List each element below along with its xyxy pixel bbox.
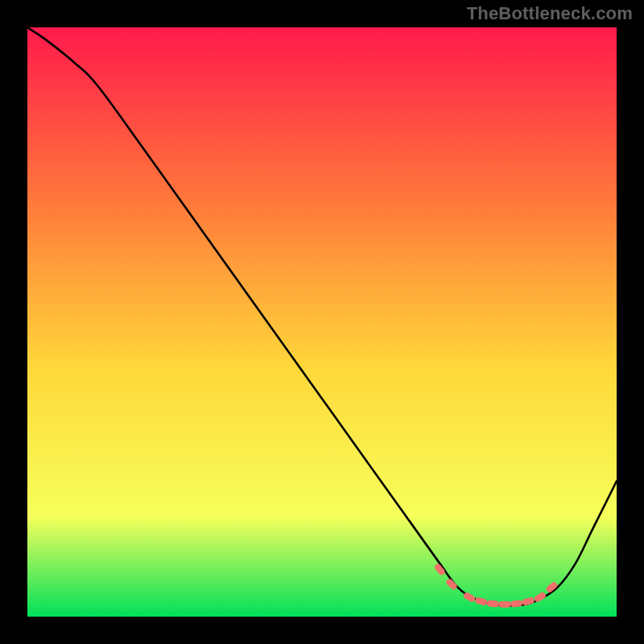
optimal-marker	[498, 601, 510, 608]
plot-area	[27, 27, 617, 617]
attribution-label: TheBottleneck.com	[467, 3, 633, 24]
chart-frame: TheBottleneck.com	[0, 0, 644, 644]
gradient-background	[27, 27, 617, 617]
chart-svg	[27, 27, 617, 617]
